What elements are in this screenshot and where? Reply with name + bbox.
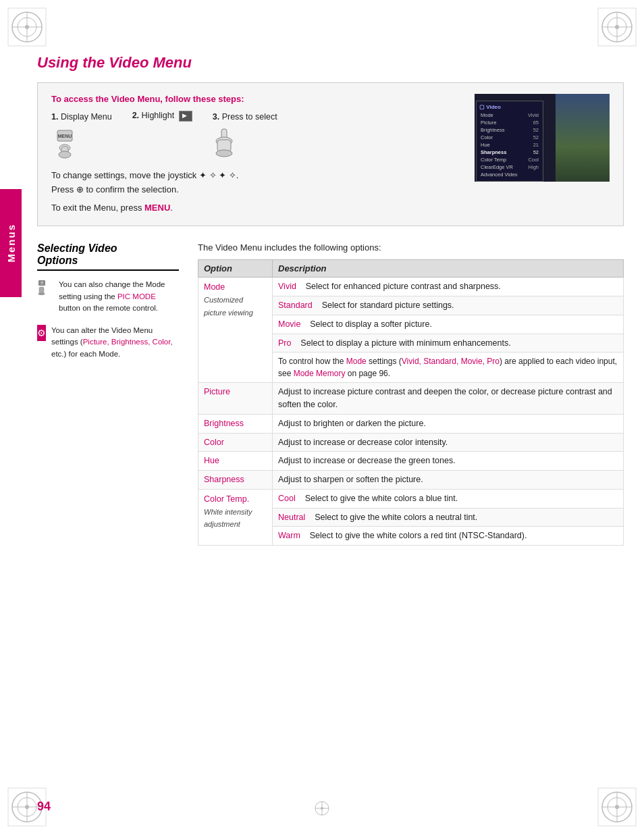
desc-standard: Select for standard picture settings. (322, 301, 454, 310)
table-cell-picture-desc: Adjust to increase picture contrast and … (273, 383, 624, 415)
step-2-label: 2. Highlight ▶ (132, 111, 192, 122)
option-picture: Picture (204, 387, 230, 396)
bottom-section: Selecting VideoOptions ☰ You can also ch… (37, 242, 624, 546)
desc-movie: Select to display a softer picture. (310, 319, 432, 329)
corner-decoration-tl (7, 7, 47, 47)
table-cell: Movie Select to display a softer picture… (273, 315, 624, 334)
table-cell-brightness-option: Brightness (198, 414, 273, 433)
confirm-instruction: Press ⊕ to confirm the selection. (51, 183, 461, 197)
main-content: Using the Video Menu To access the Video… (37, 54, 624, 586)
col-header-option: Option (198, 260, 273, 278)
svg-point-38 (38, 292, 45, 295)
steps-header: To access the Video Menu, follow these s… (51, 94, 461, 104)
page-number: 94 (37, 800, 51, 814)
note-gear-icon: ⚙ (37, 325, 46, 341)
table-cell-color-desc: Adjust to increase or decrease color int… (273, 433, 624, 452)
joystick-instruction: To change settings, move the joystick ✦ … (51, 169, 461, 183)
note-1: ☰ You can also change the Mode setting u… (37, 279, 179, 314)
step-1-label: 1. Display Menu (51, 112, 112, 122)
desc-warm: Select to give the white colors a red ti… (310, 531, 527, 540)
exit-instruction: To exit the Menu, press MENU. (51, 201, 461, 215)
left-panel: Selecting VideoOptions ☰ You can also ch… (37, 242, 179, 546)
svg-point-30 (59, 151, 71, 158)
table-row: Color Adjust to increase or decrease col… (198, 433, 624, 452)
svg-point-22 (615, 805, 619, 809)
option-sharpness: Sharpness (204, 475, 244, 484)
svg-point-10 (615, 25, 619, 29)
col-header-description: Description (273, 260, 624, 278)
option-mode-sub: Customized picture viewing (204, 296, 253, 317)
menu-item-picture: Picture65 (479, 119, 540, 126)
option-colortemp-sub: White intensity adjustment (204, 508, 252, 529)
sub-option-neutral: Neutral (278, 513, 305, 522)
side-tab-label: Menus (5, 224, 17, 263)
table-row: Hue Adjust to increase or decrease the g… (198, 452, 624, 471)
svg-point-42 (321, 807, 323, 810)
center-bottom-crosshair (312, 798, 332, 820)
menu-item-advvideo: Advanced Video (479, 171, 540, 178)
table-cell: Pro Select to display a picture with min… (273, 334, 624, 353)
table-cell-sharpness-desc: Adjust to sharpen or soften the picture. (273, 471, 624, 490)
step-1: 1. Display Menu MENU (51, 112, 112, 159)
menu-sim: ▢ Video ModeVivid Picture65 Brightness52… (475, 94, 610, 182)
table-cell-brightness-desc: Adjust to brighten or darken the picture… (273, 414, 624, 433)
option-color: Color (204, 438, 224, 447)
table-cell-hue-desc: Adjust to increase or decrease the green… (273, 452, 624, 471)
table-cell-color-option: Color (198, 433, 273, 452)
table-cell: Neutral Select to give the white colors … (273, 508, 624, 527)
table-cell: Vivid Select for enhanced picture contra… (273, 278, 624, 296)
option-mode: Mode (204, 282, 225, 292)
svg-rect-37 (39, 287, 44, 293)
menu-panel: ▢ Video ModeVivid Picture65 Brightness52… (476, 101, 543, 182)
note-2: ⚙ You can alter the Video Menu settings … (37, 325, 179, 360)
menu-word: MENU (144, 203, 170, 213)
table-row: Brightness Adjust to brighten or darken … (198, 414, 624, 433)
steps-row: 1. Display Menu MENU (51, 111, 461, 159)
instruction-body: To change settings, move the joystick ✦ … (51, 169, 461, 215)
table-cell: Warm Select to give the white colors a r… (273, 527, 624, 546)
corner-decoration-br (597, 787, 637, 827)
table-cell: Standard Select for standard picture set… (273, 296, 624, 315)
menu-screenshot: ▢ Video ModeVivid Picture65 Brightness52… (475, 94, 610, 215)
svg-point-4 (25, 25, 29, 29)
table-row: Mode Customized picture viewing Vivid Se… (198, 278, 624, 296)
instruction-box: To access the Video Menu, follow these s… (37, 82, 624, 226)
select-hand-icon (213, 126, 240, 159)
desc-vivid: Select for enhanced picture contrast and… (306, 282, 501, 291)
option-brightness: Brightness (204, 419, 244, 428)
menu-item-sharpness: Sharpness52 (479, 149, 540, 156)
step-3-label: 3. Press to select (213, 112, 277, 122)
note-1-text: You can also change the Mode setting usi… (59, 279, 179, 314)
menu-button-icon: MENU (51, 126, 78, 159)
menu-item-brightness: Brightness52 (479, 126, 540, 134)
table-cell-sharpness-option: Sharpness (198, 471, 273, 490)
svg-text:MENU: MENU (58, 134, 72, 138)
side-tab: Menus (0, 189, 22, 297)
menu-item-colortemp: Color TempCool (479, 156, 540, 163)
menu-item-clearedge: ClearEdge VRHigh (479, 163, 540, 171)
step-2: 2. Highlight ▶ (132, 111, 192, 159)
table-intro: The Video Menu includes the following op… (198, 242, 624, 253)
sub-option-movie: Movie (278, 319, 300, 329)
options-table: Option Description Mode Customized pictu… (198, 259, 624, 546)
sub-option-pro: Pro (278, 338, 291, 348)
landscape-bg (556, 94, 610, 182)
menu-item-color: Color52 (479, 134, 540, 141)
svg-point-34 (216, 150, 232, 157)
sub-option-warm: Warm (278, 531, 300, 540)
option-hue: Hue (204, 456, 219, 465)
right-panel: The Video Menu includes the following op… (198, 242, 624, 546)
svg-point-16 (25, 805, 29, 809)
sub-option-vivid: Vivid (278, 282, 296, 291)
desc-neutral: Select to give the white colors a neutra… (315, 513, 477, 522)
table-row: Sharpness Adjust to sharpen or soften th… (198, 471, 624, 490)
page-title: Using the Video Menu (37, 54, 624, 72)
table-cell-hue-option: Hue (198, 452, 273, 471)
instruction-left: To access the Video Menu, follow these s… (51, 94, 461, 215)
note-2-text: You can alter the Video Menu settings (P… (51, 325, 179, 360)
sub-option-standard: Standard (278, 301, 313, 310)
table-cell-mode-note: To control how the Mode settings (Vivid,… (273, 353, 624, 383)
table-row: Picture Adjust to increase picture contr… (198, 383, 624, 415)
option-colortemp: Color Temp. (204, 494, 249, 504)
note-hand-icon: ☰ (37, 279, 53, 295)
